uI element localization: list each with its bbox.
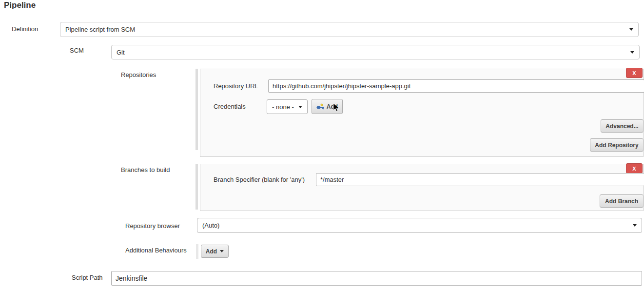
delete-repository-button[interactable]: X	[626, 68, 643, 78]
branch-specifier-label: Branch Specifier (blank for 'any')	[214, 176, 305, 183]
additional-behaviours-label: Additional Behaviours	[125, 247, 187, 254]
credentials-label: Credentials	[214, 103, 246, 110]
scm-select[interactable]: Git	[111, 45, 640, 59]
branch-specifier-input[interactable]	[316, 173, 644, 186]
repository-url-input[interactable]	[268, 79, 644, 93]
mouse-cursor-icon	[333, 103, 340, 114]
definition-select-value: Pipeline script from SCM	[65, 26, 626, 33]
repository-browser-label: Repository browser	[125, 222, 180, 230]
add-behaviour-label: Add	[206, 248, 217, 255]
definition-select[interactable]: Pipeline script from SCM	[60, 22, 639, 37]
repository-url-label: Repository URL	[214, 82, 258, 90]
branch-chunk	[200, 164, 644, 211]
scm-label: SCM	[70, 47, 84, 54]
credentials-select[interactable]: - none -	[267, 99, 308, 114]
drag-handle[interactable]	[195, 69, 198, 150]
add-repository-button[interactable]: Add Repository	[590, 138, 644, 152]
scm-select-value: Git	[117, 49, 627, 56]
delete-branch-button[interactable]: X	[626, 163, 643, 173]
drag-handle[interactable]	[195, 164, 198, 210]
behaviours-divider	[196, 244, 198, 259]
page-title: Pipeline	[4, 0, 36, 10]
chevron-down-icon	[629, 28, 633, 31]
script-path-label: Script Path	[72, 274, 103, 281]
chevron-down-icon	[630, 51, 634, 54]
pipeline-config-page: Pipeline Definition Pipeline script from…	[0, 0, 644, 289]
credentials-select-value: - none -	[272, 103, 297, 111]
advanced-button[interactable]: Advanced...	[601, 119, 644, 133]
chevron-down-icon	[220, 250, 224, 252]
repository-browser-value: (Auto)	[202, 222, 630, 229]
definition-label: Definition	[12, 25, 38, 33]
repository-browser-select[interactable]: (Auto)	[197, 218, 642, 233]
add-branch-button[interactable]: Add Branch	[600, 194, 644, 208]
chevron-down-icon	[298, 106, 302, 108]
script-path-input[interactable]	[111, 271, 642, 286]
add-behaviour-button[interactable]: Add	[201, 245, 229, 258]
branches-to-build-label: Branches to build	[121, 166, 170, 173]
key-icon	[316, 103, 325, 110]
chevron-down-icon	[633, 224, 637, 227]
repositories-label: Repositories	[121, 71, 156, 78]
